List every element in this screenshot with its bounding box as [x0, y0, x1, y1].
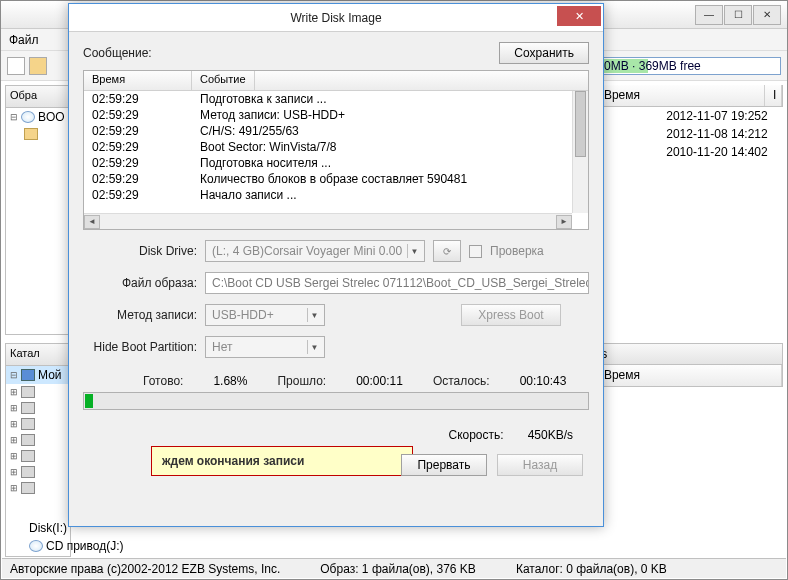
drive-icon — [21, 418, 35, 430]
minimize-button[interactable]: — — [695, 5, 723, 25]
copyright: Авторские права (c)2002-2012 EZB Systems… — [10, 562, 280, 576]
log-row[interactable]: 02:59:29Подготовка к записи ... — [84, 91, 588, 107]
scroll-thumb[interactable] — [575, 91, 586, 157]
log-list[interactable]: Время Событие 02:59:29Подготовка к запис… — [83, 70, 589, 230]
dialog-title: Write Disk Image — [69, 11, 603, 25]
verify-label: Проверка — [490, 244, 544, 258]
speed-label: Скорость: — [448, 428, 503, 442]
chevron-down-icon: ▼ — [307, 340, 321, 354]
hide-boot-label: Hide Boot Partition: — [83, 340, 197, 354]
catalog-tab[interactable]: Катал — [6, 344, 70, 366]
xpress-boot-button[interactable]: Xpress Boot — [461, 304, 561, 326]
tree-item-drive[interactable]: ⊞ — [6, 480, 70, 496]
tree-item-drive[interactable]: ⊞ — [6, 416, 70, 432]
log-row[interactable]: 02:59:29Подготовка носителя ... — [84, 155, 588, 171]
tree-item-drive[interactable]: ⊞ — [6, 384, 70, 400]
open-folder-icon[interactable] — [29, 57, 47, 75]
log-row[interactable]: 02:59:29C/H/S: 491/255/63 — [84, 123, 588, 139]
drive-icon — [21, 450, 35, 462]
maximize-button[interactable]: ☐ — [724, 5, 752, 25]
elapsed-value: 00:00:11 — [356, 374, 403, 388]
col-event[interactable]: Событие — [192, 71, 255, 90]
log-row[interactable]: 02:59:29Количество блоков в образе соста… — [84, 171, 588, 187]
dialog-close-button[interactable]: ✕ — [557, 6, 601, 26]
status-catalog: Каталог: 0 файла(ов), 0 KB — [516, 562, 667, 576]
folder-icon — [24, 128, 38, 140]
chevron-down-icon: ▼ — [407, 244, 421, 258]
drive-icon — [21, 434, 35, 446]
drive-icon — [21, 386, 35, 398]
abort-button[interactable]: Прервать — [401, 454, 487, 476]
save-button[interactable]: Сохранить — [499, 42, 589, 64]
log-row[interactable]: 02:59:29Boot Sector: WinVista/7/8 — [84, 139, 588, 155]
drive-icon — [21, 482, 35, 494]
tree-item-boot[interactable]: ⊟ BOO — [6, 108, 70, 126]
scrollbar-horizontal[interactable]: ◄ ► — [84, 213, 572, 229]
verify-checkbox[interactable] — [469, 245, 482, 258]
disc-icon — [21, 111, 35, 123]
log-row[interactable]: 02:59:29Начало записи ... — [84, 187, 588, 203]
tree-item-folder[interactable] — [6, 126, 70, 142]
progress-bar — [83, 392, 589, 410]
tree-item-drive[interactable]: ⊞ — [6, 464, 70, 480]
back-button[interactable]: Назад — [497, 454, 583, 476]
write-disk-image-dialog: Write Disk Image ✕ Сообщение: Сохранить … — [68, 3, 604, 527]
chevron-down-icon: ▼ — [307, 308, 321, 322]
dialog-titlebar[interactable]: Write Disk Image ✕ — [69, 4, 603, 32]
speed-value: 450KB/s — [528, 428, 573, 442]
annotation-note: ждем окончания записи — [151, 446, 413, 476]
image-tab[interactable]: Обра — [6, 86, 70, 108]
col-time[interactable]: Время — [84, 71, 192, 90]
remain-label: Осталось: — [433, 374, 490, 388]
computer-icon — [21, 369, 35, 381]
hide-boot-combo[interactable]: Нет▼ — [205, 336, 325, 358]
refresh-button[interactable]: ⟳ — [433, 240, 461, 262]
image-file-field[interactable]: C:\Boot CD USB Sergei Strelec 071112\Boo… — [205, 272, 589, 294]
write-method-combo[interactable]: USB-HDD+▼ — [205, 304, 325, 326]
log-row[interactable]: 02:59:29Метод записи: USB-HDD+ — [84, 107, 588, 123]
ready-label: Готово: — [143, 374, 183, 388]
scroll-left-button[interactable]: ◄ — [84, 215, 100, 229]
scroll-right-button[interactable]: ► — [556, 215, 572, 229]
menu-file[interactable]: Файл — [9, 33, 39, 47]
remain-value: 00:10:43 — [520, 374, 567, 388]
tree-item-cd[interactable]: CD привод(J:) — [25, 537, 128, 555]
new-file-icon[interactable] — [7, 57, 25, 75]
scrollbar-vertical[interactable] — [572, 91, 588, 213]
status-image: Образ: 1 файла(ов), 376 KB — [320, 562, 476, 576]
image-tree-pane: Обра ⊟ BOO — [5, 85, 71, 335]
refresh-icon: ⟳ — [443, 246, 451, 257]
disk-drive-combo[interactable]: (L:, 4 GB)Corsair Voyager Mini 0.00▼ — [205, 240, 425, 262]
write-method-label: Метод записи: — [83, 308, 197, 322]
drive-icon — [21, 402, 35, 414]
image-file-label: Файл образа: — [83, 276, 197, 290]
disk-drive-label: Disk Drive: — [83, 244, 197, 258]
tree-item-computer[interactable]: ⊟ Мой — [6, 366, 70, 384]
tree-item-drive[interactable]: ⊞ — [6, 448, 70, 464]
tree-item-drive[interactable]: ⊞ — [6, 432, 70, 448]
statusbar: Авторские права (c)2002-2012 EZB Systems… — [2, 558, 786, 578]
tree-item-drive[interactable]: ⊞ — [6, 400, 70, 416]
elapsed-label: Прошло: — [277, 374, 326, 388]
ready-value: 1.68% — [213, 374, 247, 388]
close-button[interactable]: ✕ — [753, 5, 781, 25]
drive-icon — [21, 466, 35, 478]
message-label: Сообщение: — [83, 46, 152, 60]
log-header: Время Событие — [84, 71, 588, 91]
cd-icon — [29, 540, 43, 552]
